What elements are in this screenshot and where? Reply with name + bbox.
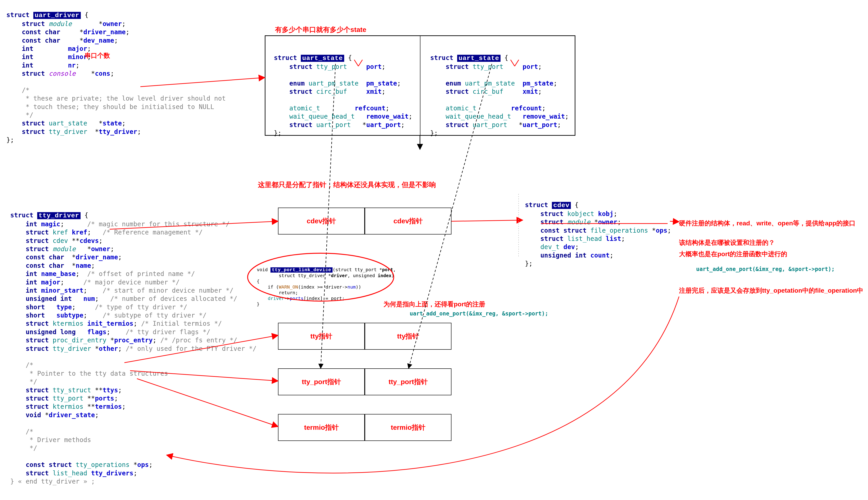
add-one-port-call-2: uart_add_one_port(&imx_reg, &sport->port… bbox=[696, 266, 835, 273]
cdev-title: cdev bbox=[552, 202, 571, 209]
call2: uart_add_one_port(&imx_reg, &sport->port… bbox=[696, 266, 835, 272]
cell-cdev-2: cdev指针 bbox=[365, 207, 452, 235]
uart-state-title-1: uart_state bbox=[301, 55, 344, 62]
uart-state-title-2: uart_state bbox=[457, 55, 501, 62]
uart-state-body-2: struct tty_port port; enum uart_pm_state… bbox=[430, 63, 569, 137]
linkdev-sig2: struct tty_driver *driver, unsigned inde… bbox=[257, 273, 394, 278]
linkdev-body5: } bbox=[257, 301, 259, 307]
cell-term-1: termio指针 bbox=[278, 414, 365, 441]
cell-cdev-1: cdev指针 bbox=[278, 207, 365, 235]
cell-tty-2: tty指针 bbox=[365, 323, 452, 350]
linkdev-body1: { bbox=[257, 279, 259, 284]
probably-annotation: 大概率也是在port的注册函数中进行的 bbox=[679, 250, 787, 259]
uart-driver-struct: struct uart_driver { struct module *owne… bbox=[7, 3, 226, 144]
uart-state-struct-1: struct uart_state { struct tty_port port… bbox=[274, 46, 412, 137]
uart-state-divider bbox=[420, 35, 420, 136]
cell-ttyport-1: tty_port指针 bbox=[278, 368, 365, 395]
alloc-ptr-annotation: 这里都只是分配了指针，结构体还没具体实现，但是不影响 bbox=[258, 180, 436, 190]
uart-driver-body: struct module *owner; const char *driver… bbox=[7, 20, 226, 144]
cdev-struct: struct cdev { struct kobject kobj; struc… bbox=[525, 193, 671, 268]
uart-state-heading: 有多少个串口就有多少个state bbox=[275, 25, 366, 34]
diagram-canvas: { "uart_driver": { "title": "uart_driver… bbox=[0, 0, 868, 500]
cell-tty-1: tty指针 bbox=[278, 323, 365, 350]
tty-port-link-device: void tty_port_link_device(struct tty_por… bbox=[257, 261, 396, 307]
call1: uart_add_one_port(&imx_reg, &sport->port… bbox=[410, 310, 548, 317]
linkdev-body2: if (WARN_ON(index >= driver->num)) bbox=[257, 284, 361, 290]
hw-register-annotation: 硬件注册的结构体，read、write、open等，提供给app的接口 bbox=[679, 219, 855, 228]
cell-ttyport-2: tty_port指针 bbox=[365, 368, 452, 395]
where-set-annotation: 该结构体是在哪被设置和注册的？ bbox=[679, 238, 775, 247]
why-up-annotation: 为何是指向上面，还得看port的注册 bbox=[383, 300, 485, 309]
nr-annotation: 串口个数 bbox=[85, 51, 110, 60]
add-one-port-call-1: uart_add_one_port(&imx_reg, &sport->port… bbox=[410, 310, 548, 317]
svg-line-9 bbox=[670, 221, 679, 222]
linkdev-body3: return; bbox=[257, 290, 298, 295]
cdev-body: struct kobject kobj; struct module *owne… bbox=[525, 210, 671, 267]
svg-line-5 bbox=[452, 220, 523, 221]
uart-driver-title: uart_driver bbox=[33, 12, 81, 19]
cell-term-2: termio指针 bbox=[365, 414, 452, 441]
after-reg-annotation: 注册完后，应该是又会存放到tty_opetation中的file_operati… bbox=[679, 286, 863, 295]
uart-state-struct-2: struct uart_state { struct tty_port port… bbox=[430, 46, 569, 137]
tty-driver-body: int magic; /* magic number for this stru… bbox=[10, 220, 257, 485]
linkdev-sig1: void tty_port_link_device(struct tty_por… bbox=[257, 267, 396, 272]
tty-driver-title: tty_driver bbox=[37, 212, 80, 219]
tty-driver-struct: struct tty_driver { int magic; /* magic … bbox=[10, 203, 257, 486]
uart-state-body-1: struct tty_port port; enum uart_pm_state… bbox=[274, 63, 412, 137]
linkdev-body4: driver->ports[index] = port; bbox=[257, 296, 345, 301]
